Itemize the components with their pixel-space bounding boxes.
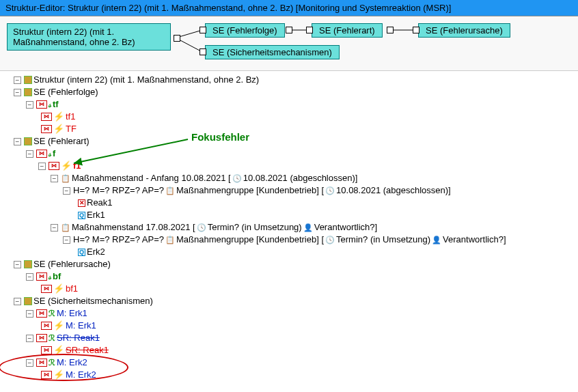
node-label: M: Erk1 bbox=[57, 307, 87, 320]
collapse-icon[interactable]: − bbox=[14, 261, 21, 268]
clock-icon bbox=[232, 173, 242, 183]
node-label: SE (Fehlerursache) bbox=[33, 258, 111, 270]
q-icon: Q bbox=[78, 212, 85, 219]
node-label: f bbox=[53, 148, 55, 160]
tree-row[interactable]: Q Erk1 bbox=[14, 209, 575, 221]
x-icon: ✕ bbox=[78, 199, 85, 207]
gate-icon: ⋈ bbox=[49, 162, 59, 170]
collapse-icon[interactable]: − bbox=[63, 187, 70, 195]
node-label: Maßnahmenstand 17.08.2021 [ bbox=[72, 221, 195, 234]
node-label: Verantwortlich?] bbox=[443, 234, 506, 246]
clock-icon bbox=[325, 235, 335, 244]
node-label: Verantwortlich?] bbox=[314, 221, 378, 234]
struct-icon bbox=[24, 260, 32, 268]
node-label: tf bbox=[53, 98, 59, 111]
collapse-icon[interactable]: − bbox=[14, 76, 21, 84]
tree-row-f1[interactable]: − ⋈ ⚡ f1 bbox=[14, 160, 575, 172]
tree-row-fehlerart[interactable]: − SE (Fehlerart) bbox=[14, 135, 575, 148]
tree-row-sicherheitsmechanismen[interactable]: − SE (Sicherheitsmechanismen) bbox=[14, 295, 575, 307]
tree-row[interactable]: − ⋈ ℛ SR: Reak1 bbox=[14, 332, 575, 344]
tree-view[interactable]: Fokusfehler − Struktur (intern 22) (mit … bbox=[0, 71, 578, 384]
struct-icon bbox=[24, 76, 32, 84]
struct-icon bbox=[24, 137, 32, 145]
tree-row[interactable]: − H=? M=? RPZ=? AP=? Maßnahmengruppe [Ku… bbox=[14, 184, 575, 197]
node-label: M: Erk2 bbox=[57, 356, 87, 369]
gate-icon: ⋈ bbox=[36, 272, 47, 281]
bolt-icon: ⚡ bbox=[53, 320, 64, 332]
gate-icon: ⋈ bbox=[41, 346, 52, 354]
collapse-icon[interactable]: − bbox=[26, 150, 33, 158]
connector-node bbox=[286, 27, 292, 33]
box-fehlerursache[interactable]: SE (Fehlerursache) bbox=[418, 23, 510, 38]
tree-row[interactable]: ⋈ ⚡ M: Erk1 bbox=[14, 320, 575, 332]
tree-row[interactable]: − ⋈ 𝓈 bf bbox=[14, 270, 575, 283]
node-label: Termin? (in Umsetzung) bbox=[336, 234, 430, 246]
bolt-icon: ⚡ bbox=[53, 283, 64, 295]
node-label: TF bbox=[66, 123, 77, 135]
clipboard-icon bbox=[165, 235, 175, 244]
collapse-icon[interactable]: − bbox=[63, 236, 70, 244]
collapse-icon[interactable]: − bbox=[26, 101, 33, 109]
tree-row[interactable]: − ⋈ ℛ M: Erk1 bbox=[14, 307, 575, 320]
box-fehlerart[interactable]: SE (Fehlerart) bbox=[312, 23, 383, 38]
bolt-icon: ⚡ bbox=[53, 111, 64, 123]
collapse-icon[interactable]: − bbox=[14, 89, 21, 96]
node-label: Maßnahmenstand - Anfang 10.08.2021 [ bbox=[72, 172, 231, 184]
tree-row-m-erk2[interactable]: − ⋈ ℛ M: Erk2 bbox=[14, 356, 575, 369]
link-icon: 𝓈 bbox=[49, 270, 51, 283]
node-label: Maßnahmengruppe [Kundenbetrieb] [ bbox=[176, 234, 324, 246]
q-icon: Q bbox=[78, 249, 85, 256]
link-icon: ℛ bbox=[49, 307, 55, 320]
collapse-icon[interactable]: − bbox=[26, 273, 33, 281]
collapse-icon[interactable]: − bbox=[26, 310, 33, 318]
connector-node bbox=[387, 27, 394, 33]
tree-row[interactable]: ⋈ ⚡ TF bbox=[14, 123, 575, 135]
tree-row[interactable]: − ⋈ 𝓈 f bbox=[14, 148, 575, 160]
node-label: M: Erk1 bbox=[66, 320, 96, 332]
person-icon bbox=[303, 223, 313, 232]
node-label: 10.08.2021 (abgeschlossen)] bbox=[243, 172, 358, 184]
tree-row[interactable]: − Maßnahmenstand 17.08.2021 [ Termin? (i… bbox=[14, 221, 575, 234]
tree-row-root[interactable]: − Struktur (intern 22) (mit 1. Maßnahmen… bbox=[14, 74, 575, 86]
tree-row-m-erk2-child[interactable]: ⋈ ⚡ M: Erk2 bbox=[14, 369, 575, 381]
collapse-icon[interactable]: − bbox=[14, 138, 21, 145]
person-icon bbox=[432, 235, 441, 244]
collapse-icon[interactable]: − bbox=[38, 163, 46, 170]
node-label: SE (Sicherheitsmechanismen) bbox=[33, 295, 153, 307]
tree-row[interactable]: ⋈ ⚡ tf1 bbox=[14, 111, 575, 123]
gate-icon: ⋈ bbox=[36, 150, 47, 158]
bolt-icon: ⚡ bbox=[53, 369, 64, 381]
tree-row[interactable]: Q Erk2 bbox=[14, 246, 575, 258]
link-icon: ℛ bbox=[49, 356, 55, 369]
collapse-icon[interactable]: − bbox=[14, 298, 21, 305]
clipboard-icon bbox=[61, 173, 70, 183]
tree-row[interactable]: ✕ Reak1 bbox=[14, 197, 575, 209]
gate-icon: ⋈ bbox=[41, 322, 52, 330]
tree-row[interactable]: − Maßnahmenstand - Anfang 10.08.2021 [ 1… bbox=[14, 172, 575, 184]
node-label: SR: Reak1 bbox=[57, 332, 100, 344]
title-bar: Struktur-Editor: Struktur (intern 22) (m… bbox=[0, 0, 578, 16]
tree-row-fehlerfolge[interactable]: − SE (Fehlerfolge) bbox=[14, 86, 575, 98]
collapse-icon[interactable]: − bbox=[26, 359, 33, 367]
gate-icon: ⋈ bbox=[41, 113, 52, 121]
clock-icon bbox=[197, 223, 206, 232]
clipboard-icon bbox=[61, 223, 70, 232]
node-label: H=? M=? RPZ=? AP=? bbox=[73, 184, 164, 197]
link-icon: ℛ bbox=[49, 332, 55, 344]
bolt-icon: ⚡ bbox=[53, 344, 64, 356]
svg-line-1 bbox=[179, 40, 202, 52]
node-label: SE (Fehlerart) bbox=[33, 135, 90, 148]
tree-row-fehlerursache[interactable]: − SE (Fehlerursache) bbox=[14, 258, 575, 270]
node-label: bf1 bbox=[66, 283, 78, 295]
collapse-icon[interactable]: − bbox=[51, 175, 58, 182]
collapse-icon[interactable]: − bbox=[51, 224, 58, 232]
node-label: 10.08.2021 (abgeschlossen)] bbox=[336, 184, 451, 197]
box-fehlerfolge[interactable]: SE (Fehlerfolge) bbox=[205, 23, 285, 38]
tree-row[interactable]: − H=? M=? RPZ=? AP=? Maßnahmengruppe [Ku… bbox=[14, 234, 575, 246]
collapse-icon[interactable]: − bbox=[26, 335, 33, 342]
root-box[interactable]: Struktur (intern 22) (mit 1. Maßnahmenst… bbox=[7, 23, 171, 51]
tree-row[interactable]: − ⋈ 𝓈 tf bbox=[14, 98, 575, 111]
tree-row[interactable]: ⋈ ⚡ SR: Reak1 bbox=[14, 344, 575, 356]
tree-row[interactable]: ⋈ ⚡ bf1 bbox=[14, 283, 575, 295]
box-sicherheitsmechanismen[interactable]: SE (Sicherheitsmechanismen) bbox=[205, 45, 340, 59]
